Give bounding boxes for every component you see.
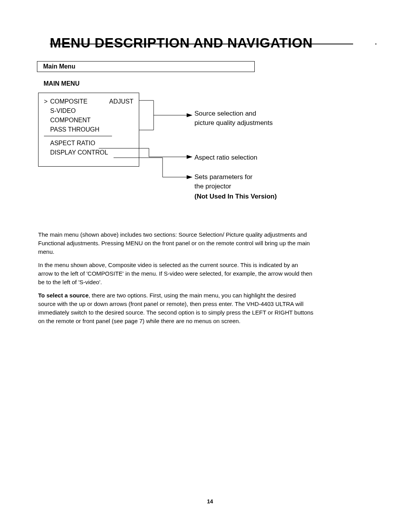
annotation-line: Sets parameters for: [194, 172, 303, 182]
menu-item-composite: > COMPOSITE ADJUST: [44, 97, 133, 106]
menu-box: > COMPOSITE ADJUST S-VIDEO COMPONENT PAS…: [38, 93, 139, 167]
menu-item-display-control: DISPLAY CONTROL: [44, 148, 133, 157]
menu-item-label: COMPOSITE: [50, 97, 109, 106]
menu-item-svideo: S-VIDEO: [44, 106, 133, 116]
main-menu-label: MAIN MENU: [44, 80, 79, 87]
menu-item-label: COMPONENT: [50, 116, 133, 125]
annotation-line: Source selection and: [194, 109, 311, 118]
annotation-note: (Not Used In This Version): [194, 192, 303, 201]
svg-marker-5: [187, 113, 192, 117]
menu-item-aspect-ratio: ASPECT RATIO: [44, 139, 133, 148]
menu-divider: [44, 136, 112, 136]
paragraph-2: In the menu shown above, Composite video…: [38, 261, 314, 287]
menu-item-label: DISPLAY CONTROL: [50, 148, 133, 157]
body-text: The main menu (shown above) includes two…: [38, 230, 314, 330]
menu-item-component: COMPONENT: [44, 116, 133, 125]
paragraph-1: The main menu (shown above) includes two…: [38, 230, 314, 256]
svg-marker-15: [187, 175, 192, 179]
menu-item-label: PASS THROUGH: [50, 125, 133, 134]
menu-item-label: S-VIDEO: [50, 106, 133, 116]
menu-item-passthrough: PASS THROUGH: [44, 125, 133, 134]
annotation-line: picture quality adjustments: [194, 118, 311, 128]
menu-item-label: ASPECT RATIO: [50, 139, 133, 148]
paragraph-3: To select a source, there are two option…: [38, 291, 314, 325]
section-header: Main Menu: [37, 61, 255, 72]
page-title: MENU DESCRIPTION AND NAVIGATION: [50, 35, 313, 51]
annotation-aspect-ratio: Aspect ratio selection: [194, 153, 257, 162]
selected-marker: >: [44, 97, 50, 106]
p3-strong: To select a source: [38, 292, 89, 299]
annotation-display-control: Sets parameters for the projector (Not U…: [194, 172, 303, 201]
section-header-text: Main Menu: [43, 63, 75, 70]
annotation-line: the projector: [194, 182, 303, 191]
annotation-source-selection: Source selection and picture quality adj…: [194, 109, 311, 128]
menu-item-adjust: ADJUST: [109, 97, 133, 106]
page-number: 14: [0, 498, 420, 505]
svg-marker-10: [187, 155, 192, 159]
